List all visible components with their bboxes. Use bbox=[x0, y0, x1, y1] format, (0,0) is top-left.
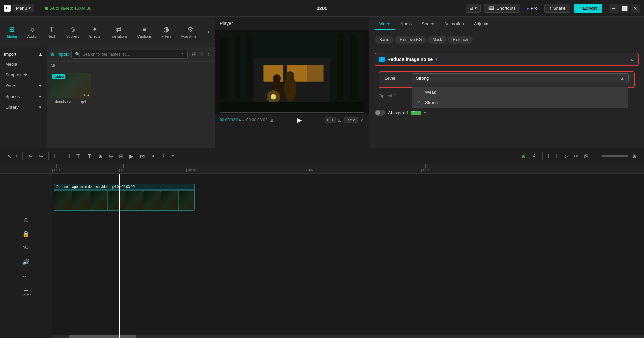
zoom-out-button[interactable]: − bbox=[592, 152, 599, 160]
toolbar-item-stickers[interactable]: ☺ Stickers bbox=[62, 23, 84, 40]
sidebar-item-subprojects[interactable]: Subprojects bbox=[1, 70, 45, 80]
toolbar-item-adjustment[interactable]: ⚙ Adjustment bbox=[177, 23, 203, 40]
grid-view-button[interactable]: ⊞ bbox=[191, 50, 198, 58]
ruler-mark-0: |00:00 bbox=[52, 164, 61, 172]
cut-button[interactable]: ✂ bbox=[572, 152, 580, 161]
play-button[interactable]: ▶ bbox=[297, 116, 302, 124]
sidebar-item-media[interactable]: Media bbox=[1, 59, 45, 69]
dropdown-arrow-icon: ▲ bbox=[620, 76, 624, 81]
player-menu-button[interactable]: ≡ bbox=[360, 20, 364, 27]
subtab-basic[interactable]: Basic bbox=[375, 36, 394, 44]
lock-button[interactable]: 🔒 bbox=[21, 229, 31, 239]
track-options-button[interactable]: ⋯ bbox=[21, 271, 30, 281]
effects-label: Effects bbox=[89, 34, 100, 38]
toolbar-item-effects[interactable]: ✦ Effects bbox=[85, 23, 105, 40]
add-button[interactable]: ⊕ bbox=[96, 152, 105, 161]
zoom-slider[interactable] bbox=[601, 155, 628, 157]
layout-button[interactable]: ⊞ ▾ bbox=[466, 4, 481, 13]
timeline-scrollbar[interactable] bbox=[52, 335, 644, 338]
transform-button[interactable]: ⊡ bbox=[159, 152, 168, 161]
export-button[interactable]: ↑ Export bbox=[574, 4, 602, 13]
tab-animation[interactable]: Animation bbox=[440, 19, 469, 30]
maximize-button[interactable]: ⬜ bbox=[620, 4, 629, 13]
weak-label: Weak bbox=[425, 90, 436, 95]
audio-track-button[interactable]: 🔊 bbox=[21, 257, 31, 267]
pin-button[interactable]: ⊕ bbox=[519, 152, 528, 161]
text-icon: T bbox=[50, 25, 54, 33]
toolbar-item-captions[interactable]: ≡ Captions bbox=[133, 23, 156, 40]
crop-button[interactable]: ⊡ bbox=[338, 117, 342, 123]
track-thumb-1 bbox=[54, 191, 72, 210]
share-button[interactable]: ↑ Share bbox=[544, 4, 570, 13]
search-input[interactable] bbox=[83, 52, 178, 57]
dropdown-item-strong[interactable]: ✓ Strong bbox=[412, 97, 628, 108]
menu-button[interactable]: Menu ▾ bbox=[13, 4, 34, 12]
subtab-retouch[interactable]: Retouch bbox=[448, 36, 473, 44]
freeze-button[interactable]: ⋈ bbox=[138, 152, 147, 161]
noise-level-dropdown[interactable]: Strong ▲ Weak ✓ Strong bbox=[412, 73, 629, 83]
sort-button[interactable]: ↕ bbox=[206, 50, 211, 58]
toolbar-item-audio[interactable]: ♫ Audio bbox=[22, 23, 41, 40]
mic-button[interactable]: 🎙 bbox=[530, 152, 539, 160]
stickers-icon: ☺ bbox=[69, 25, 76, 33]
minimize-button[interactable]: ─ bbox=[609, 4, 619, 13]
fit-button[interactable]: ⊞ bbox=[117, 152, 125, 161]
noise-level-label: Level bbox=[385, 76, 412, 81]
playback-speed-button[interactable]: ▷ bbox=[561, 152, 570, 161]
noise-reduction-header: ✓ Reduce image noise ♦ ▲ bbox=[375, 53, 639, 66]
shortcuts-button[interactable]: ⌨ Shortcuts bbox=[484, 4, 520, 13]
toolbar-item-media[interactable]: ⊞ Media bbox=[3, 23, 21, 40]
sidebar-item-library[interactable]: Library ▾ bbox=[1, 102, 45, 112]
close-button[interactable]: ✕ bbox=[631, 4, 640, 13]
toolbar-more-button[interactable]: › bbox=[205, 28, 212, 35]
media-item[interactable]: Added 0:04 denoise video.mp4 bbox=[50, 73, 91, 104]
track-label: Reduce image noise denoise video.mp4 00:… bbox=[54, 184, 194, 189]
toolbar-item-text[interactable]: T Text bbox=[42, 23, 61, 40]
add-track-button[interactable]: ⊕ bbox=[22, 215, 30, 225]
effects-icon: ✦ bbox=[92, 25, 98, 33]
trim-start-button[interactable]: ⊣ bbox=[63, 152, 72, 161]
delete-button[interactable]: 🗑 bbox=[85, 152, 94, 160]
tab-video[interactable]: Video bbox=[375, 19, 395, 30]
ai-expand-arrow-icon[interactable]: ▾ bbox=[424, 110, 426, 115]
tab-adjustment[interactable]: Adjustm... bbox=[469, 19, 498, 30]
noise-collapse-button[interactable]: ▲ bbox=[630, 57, 634, 62]
dropdown-item-weak[interactable]: Weak bbox=[412, 87, 628, 97]
crop-timeline-button[interactable]: ▶ bbox=[127, 152, 136, 161]
import-header[interactable]: Import ▲ bbox=[0, 50, 47, 59]
tab-speed[interactable]: Speed bbox=[417, 19, 439, 30]
ai-expand-toggle[interactable] bbox=[375, 110, 385, 116]
import-button[interactable]: ⊕ Import bbox=[50, 51, 69, 57]
split-button[interactable]: ⊢ bbox=[52, 151, 61, 161]
visibility-button[interactable]: 👁 bbox=[21, 243, 30, 253]
cover-button[interactable]: ⊡ Cover bbox=[21, 285, 31, 297]
full-button[interactable]: Full bbox=[325, 117, 336, 123]
more-tools-button[interactable]: » bbox=[170, 152, 177, 160]
list-view-button[interactable]: ≡ bbox=[199, 50, 205, 58]
toolbar-item-filters[interactable]: ◑ Filters bbox=[157, 23, 175, 40]
noise-reduction-toggle[interactable]: ✓ bbox=[379, 57, 385, 62]
ratio-button[interactable]: Ratio bbox=[344, 117, 358, 123]
scrollbar-thumb[interactable] bbox=[69, 335, 136, 338]
fullscreen-button[interactable]: ⤢ bbox=[360, 117, 364, 123]
undo-button[interactable]: ↩ bbox=[26, 152, 35, 161]
effects-timeline-button[interactable]: ✦ bbox=[149, 152, 157, 161]
toolbar-item-transitions[interactable]: ⇄ Transitions bbox=[106, 23, 132, 40]
select-tool-button[interactable]: ↖ bbox=[5, 152, 14, 161]
snap-button[interactable]: ⊢⊣ bbox=[546, 152, 559, 161]
remove-button[interactable]: ⊖ bbox=[107, 152, 115, 161]
duration-badge: 0:04 bbox=[83, 93, 89, 97]
subtab-removebg[interactable]: Remove BG bbox=[395, 36, 426, 44]
sidebar-item-yours[interactable]: Yours ▾ bbox=[1, 80, 45, 91]
subtab-mask[interactable]: Mask bbox=[428, 36, 447, 44]
sidebar-item-spaces[interactable]: Spaces ▾ bbox=[1, 91, 45, 102]
video-track[interactable]: Reduce image noise denoise video.mp4 00:… bbox=[54, 184, 195, 211]
pro-button[interactable]: ♦ Pro bbox=[523, 4, 541, 13]
redo-button[interactable]: ↪ bbox=[37, 152, 45, 161]
trim-end-button[interactable]: ⊤ bbox=[74, 152, 83, 161]
noise-level-dropdown-container: Level Strong ▲ Weak ✓ Strong bbox=[379, 71, 635, 88]
paste-button[interactable]: ⊠ bbox=[582, 152, 590, 161]
zoom-in-button[interactable]: ⊕ bbox=[630, 152, 639, 161]
time-format-button[interactable]: ⊞ bbox=[269, 117, 273, 123]
tab-audio[interactable]: Audio bbox=[396, 19, 416, 30]
